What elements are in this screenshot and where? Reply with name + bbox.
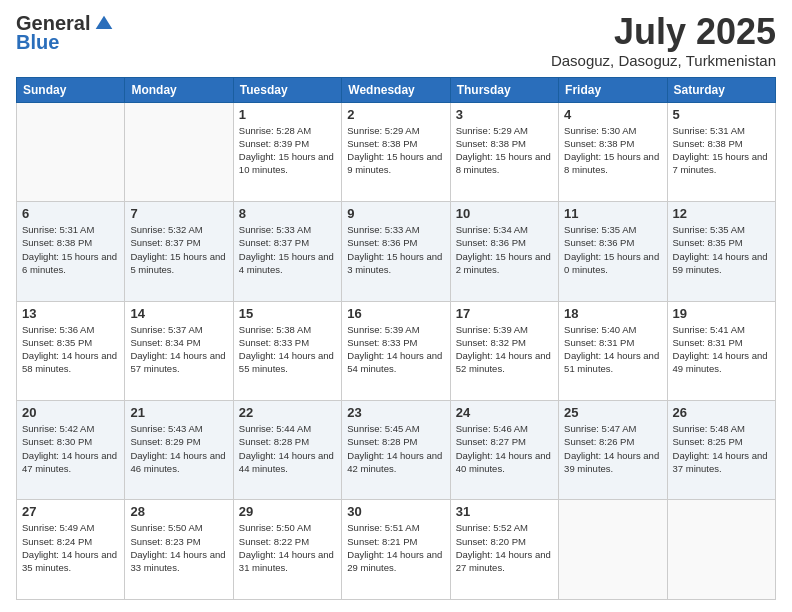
calendar-header-friday: Friday	[559, 77, 667, 102]
calendar-cell: 25Sunrise: 5:47 AM Sunset: 8:26 PM Dayli…	[559, 401, 667, 500]
day-number: 4	[564, 107, 661, 122]
day-number: 3	[456, 107, 553, 122]
day-number: 10	[456, 206, 553, 221]
calendar-cell: 24Sunrise: 5:46 AM Sunset: 8:27 PM Dayli…	[450, 401, 558, 500]
calendar-cell: 19Sunrise: 5:41 AM Sunset: 8:31 PM Dayli…	[667, 301, 775, 400]
day-number: 30	[347, 504, 444, 519]
day-number: 6	[22, 206, 119, 221]
calendar-cell: 18Sunrise: 5:40 AM Sunset: 8:31 PM Dayli…	[559, 301, 667, 400]
calendar-week-row: 27Sunrise: 5:49 AM Sunset: 8:24 PM Dayli…	[17, 500, 776, 600]
day-info: Sunrise: 5:33 AM Sunset: 8:37 PM Dayligh…	[239, 223, 336, 276]
day-number: 16	[347, 306, 444, 321]
logo-icon	[94, 14, 114, 34]
page: General Blue July 2025 Dasoguz, Dasoguz,…	[0, 0, 792, 612]
calendar-header-row: SundayMondayTuesdayWednesdayThursdayFrid…	[17, 77, 776, 102]
day-number: 7	[130, 206, 227, 221]
day-number: 17	[456, 306, 553, 321]
day-info: Sunrise: 5:47 AM Sunset: 8:26 PM Dayligh…	[564, 422, 661, 475]
calendar-cell: 12Sunrise: 5:35 AM Sunset: 8:35 PM Dayli…	[667, 202, 775, 301]
calendar-cell	[17, 102, 125, 201]
day-info: Sunrise: 5:30 AM Sunset: 8:38 PM Dayligh…	[564, 124, 661, 177]
calendar-cell: 15Sunrise: 5:38 AM Sunset: 8:33 PM Dayli…	[233, 301, 341, 400]
calendar-cell: 26Sunrise: 5:48 AM Sunset: 8:25 PM Dayli…	[667, 401, 775, 500]
day-info: Sunrise: 5:29 AM Sunset: 8:38 PM Dayligh…	[347, 124, 444, 177]
calendar-cell	[667, 500, 775, 600]
calendar-cell: 4Sunrise: 5:30 AM Sunset: 8:38 PM Daylig…	[559, 102, 667, 201]
day-number: 22	[239, 405, 336, 420]
day-info: Sunrise: 5:31 AM Sunset: 8:38 PM Dayligh…	[673, 124, 770, 177]
calendar-cell: 30Sunrise: 5:51 AM Sunset: 8:21 PM Dayli…	[342, 500, 450, 600]
calendar-week-row: 20Sunrise: 5:42 AM Sunset: 8:30 PM Dayli…	[17, 401, 776, 500]
day-number: 20	[22, 405, 119, 420]
day-number: 19	[673, 306, 770, 321]
calendar-cell: 23Sunrise: 5:45 AM Sunset: 8:28 PM Dayli…	[342, 401, 450, 500]
calendar-cell	[125, 102, 233, 201]
calendar-cell: 21Sunrise: 5:43 AM Sunset: 8:29 PM Dayli…	[125, 401, 233, 500]
calendar-cell: 13Sunrise: 5:36 AM Sunset: 8:35 PM Dayli…	[17, 301, 125, 400]
calendar-header-monday: Monday	[125, 77, 233, 102]
day-number: 2	[347, 107, 444, 122]
calendar-cell: 14Sunrise: 5:37 AM Sunset: 8:34 PM Dayli…	[125, 301, 233, 400]
day-number: 21	[130, 405, 227, 420]
day-info: Sunrise: 5:31 AM Sunset: 8:38 PM Dayligh…	[22, 223, 119, 276]
calendar-cell: 7Sunrise: 5:32 AM Sunset: 8:37 PM Daylig…	[125, 202, 233, 301]
header: General Blue July 2025 Dasoguz, Dasoguz,…	[16, 12, 776, 69]
day-number: 24	[456, 405, 553, 420]
calendar-cell: 3Sunrise: 5:29 AM Sunset: 8:38 PM Daylig…	[450, 102, 558, 201]
calendar-cell: 10Sunrise: 5:34 AM Sunset: 8:36 PM Dayli…	[450, 202, 558, 301]
day-info: Sunrise: 5:50 AM Sunset: 8:23 PM Dayligh…	[130, 521, 227, 574]
day-number: 18	[564, 306, 661, 321]
calendar-table: SundayMondayTuesdayWednesdayThursdayFrid…	[16, 77, 776, 600]
day-number: 29	[239, 504, 336, 519]
day-info: Sunrise: 5:49 AM Sunset: 8:24 PM Dayligh…	[22, 521, 119, 574]
day-number: 9	[347, 206, 444, 221]
svg-marker-0	[96, 15, 113, 28]
calendar-cell: 11Sunrise: 5:35 AM Sunset: 8:36 PM Dayli…	[559, 202, 667, 301]
calendar-cell: 6Sunrise: 5:31 AM Sunset: 8:38 PM Daylig…	[17, 202, 125, 301]
day-info: Sunrise: 5:48 AM Sunset: 8:25 PM Dayligh…	[673, 422, 770, 475]
day-number: 1	[239, 107, 336, 122]
calendar-cell: 29Sunrise: 5:50 AM Sunset: 8:22 PM Dayli…	[233, 500, 341, 600]
day-number: 27	[22, 504, 119, 519]
day-number: 14	[130, 306, 227, 321]
calendar-header-tuesday: Tuesday	[233, 77, 341, 102]
day-info: Sunrise: 5:36 AM Sunset: 8:35 PM Dayligh…	[22, 323, 119, 376]
day-info: Sunrise: 5:35 AM Sunset: 8:36 PM Dayligh…	[564, 223, 661, 276]
day-info: Sunrise: 5:50 AM Sunset: 8:22 PM Dayligh…	[239, 521, 336, 574]
day-info: Sunrise: 5:32 AM Sunset: 8:37 PM Dayligh…	[130, 223, 227, 276]
day-number: 5	[673, 107, 770, 122]
calendar-cell: 20Sunrise: 5:42 AM Sunset: 8:30 PM Dayli…	[17, 401, 125, 500]
day-number: 26	[673, 405, 770, 420]
day-number: 8	[239, 206, 336, 221]
calendar-cell: 17Sunrise: 5:39 AM Sunset: 8:32 PM Dayli…	[450, 301, 558, 400]
day-info: Sunrise: 5:40 AM Sunset: 8:31 PM Dayligh…	[564, 323, 661, 376]
calendar-header-thursday: Thursday	[450, 77, 558, 102]
day-number: 23	[347, 405, 444, 420]
day-info: Sunrise: 5:44 AM Sunset: 8:28 PM Dayligh…	[239, 422, 336, 475]
logo: General Blue	[16, 12, 114, 54]
calendar-header-sunday: Sunday	[17, 77, 125, 102]
day-info: Sunrise: 5:34 AM Sunset: 8:36 PM Dayligh…	[456, 223, 553, 276]
calendar-header-saturday: Saturday	[667, 77, 775, 102]
day-info: Sunrise: 5:38 AM Sunset: 8:33 PM Dayligh…	[239, 323, 336, 376]
day-info: Sunrise: 5:35 AM Sunset: 8:35 PM Dayligh…	[673, 223, 770, 276]
calendar-week-row: 1Sunrise: 5:28 AM Sunset: 8:39 PM Daylig…	[17, 102, 776, 201]
day-info: Sunrise: 5:45 AM Sunset: 8:28 PM Dayligh…	[347, 422, 444, 475]
day-info: Sunrise: 5:51 AM Sunset: 8:21 PM Dayligh…	[347, 521, 444, 574]
calendar-week-row: 6Sunrise: 5:31 AM Sunset: 8:38 PM Daylig…	[17, 202, 776, 301]
calendar-cell: 1Sunrise: 5:28 AM Sunset: 8:39 PM Daylig…	[233, 102, 341, 201]
day-info: Sunrise: 5:37 AM Sunset: 8:34 PM Dayligh…	[130, 323, 227, 376]
calendar-cell: 9Sunrise: 5:33 AM Sunset: 8:36 PM Daylig…	[342, 202, 450, 301]
calendar-week-row: 13Sunrise: 5:36 AM Sunset: 8:35 PM Dayli…	[17, 301, 776, 400]
calendar-cell	[559, 500, 667, 600]
day-info: Sunrise: 5:33 AM Sunset: 8:36 PM Dayligh…	[347, 223, 444, 276]
day-number: 15	[239, 306, 336, 321]
day-number: 28	[130, 504, 227, 519]
day-info: Sunrise: 5:42 AM Sunset: 8:30 PM Dayligh…	[22, 422, 119, 475]
day-info: Sunrise: 5:46 AM Sunset: 8:27 PM Dayligh…	[456, 422, 553, 475]
calendar-cell: 27Sunrise: 5:49 AM Sunset: 8:24 PM Dayli…	[17, 500, 125, 600]
logo-blue: Blue	[16, 31, 59, 54]
day-number: 31	[456, 504, 553, 519]
day-info: Sunrise: 5:39 AM Sunset: 8:32 PM Dayligh…	[456, 323, 553, 376]
location-title: Dasoguz, Dasoguz, Turkmenistan	[551, 52, 776, 69]
